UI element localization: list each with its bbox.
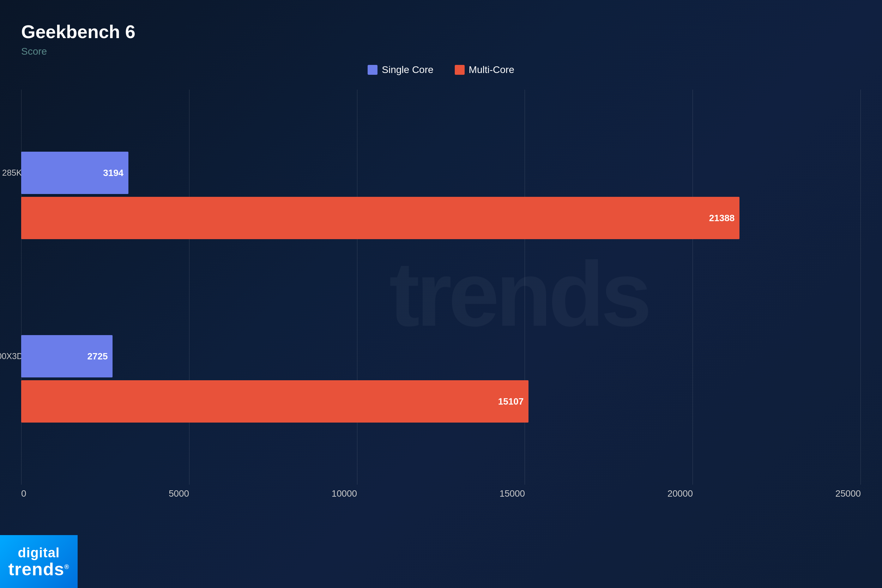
x-label-15000: 15000 [500, 488, 525, 499]
chart-subtitle: Score [21, 46, 861, 57]
x-axis: 0 5000 10000 15000 20000 25000 [21, 484, 861, 513]
chart-inner: Core Ultra 9 285K 3194 21388 Ryzen 7 [21, 90, 861, 513]
logo-trends-text: trends [8, 560, 64, 579]
logo-digital: digital [18, 545, 60, 561]
x-label-10000: 10000 [332, 488, 357, 499]
legend-label-multi: Multi-Core [469, 64, 514, 75]
legend-color-multi [455, 65, 465, 75]
bar-row-2-multi: 15107 [21, 380, 861, 423]
bar-group-2: Ryzen 7 7800X3D 2725 15107 [21, 335, 861, 423]
bar-value-2-multi: 15107 [498, 396, 524, 407]
bar-value-1-single: 3194 [103, 168, 123, 178]
legend-item-multi: Multi-Core [455, 64, 514, 75]
chart-title: Geekbench 6 [21, 21, 861, 42]
legend-label-single: Single Core [382, 64, 433, 75]
x-label-20000: 20000 [668, 488, 693, 499]
chart-container: Geekbench 6 Score Single Core Multi-Core [21, 21, 861, 567]
bar-group-1: Core Ultra 9 285K 3194 21388 [21, 152, 861, 239]
legend-color-single [368, 65, 378, 75]
logo-registered: ® [64, 563, 69, 570]
logo-trends: trends® [8, 561, 69, 578]
bar-2-multi: 15107 [21, 380, 528, 423]
bar-1-multi: 21388 [21, 197, 740, 239]
bar-1-single: 3194 [21, 152, 128, 194]
bar-2-single: 2725 [21, 335, 112, 377]
bar-value-2-single: 2725 [87, 351, 108, 362]
logo-area: digital trends® [0, 535, 78, 588]
chart-legend: Single Core Multi-Core [21, 64, 861, 75]
bar-row-2-single: Ryzen 7 7800X3D 2725 [21, 335, 861, 377]
bar-label-1: Core Ultra 9 285K [0, 168, 18, 178]
bars-area: Core Ultra 9 285K 3194 21388 Ryzen 7 [21, 90, 861, 484]
bar-row-1-multi: 21388 [21, 197, 861, 239]
x-label-25000: 25000 [836, 488, 861, 499]
bar-label-2: Ryzen 7 7800X3D [0, 351, 18, 361]
x-label-5000: 5000 [169, 488, 189, 499]
legend-item-single: Single Core [368, 64, 433, 75]
x-label-0: 0 [21, 488, 26, 499]
bar-row-1-single: Core Ultra 9 285K 3194 [21, 152, 861, 194]
bar-value-1-multi: 21388 [709, 213, 735, 224]
chart-area: Core Ultra 9 285K 3194 21388 Ryzen 7 [21, 90, 861, 513]
